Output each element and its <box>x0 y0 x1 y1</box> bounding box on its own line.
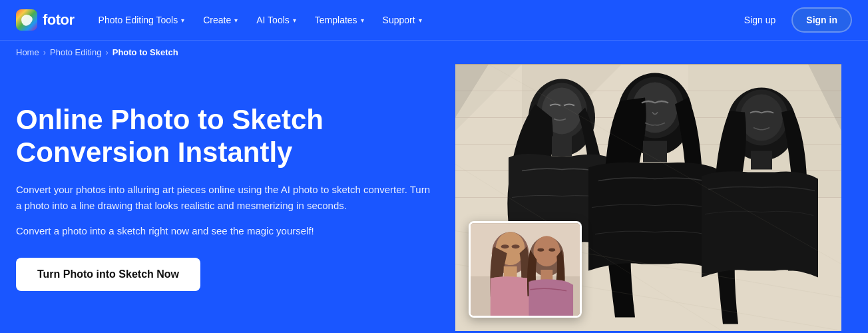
cta-button[interactable]: Turn Photo into Sketch Now <box>16 258 200 291</box>
nav-ai-tools[interactable]: AI Tools ▾ <box>248 9 304 31</box>
hero-desc2: Convert a photo into a sketch right now … <box>16 223 435 239</box>
breadcrumb-sep-1: › <box>43 47 46 57</box>
svg-point-34 <box>533 236 560 266</box>
svg-rect-35 <box>541 270 552 280</box>
breadcrumb-current: Photo to Sketch <box>112 47 178 57</box>
nav-photo-editing-tools[interactable]: Photo Editing Tools ▾ <box>91 9 193 31</box>
logo[interactable]: fotor <box>16 9 75 31</box>
hero-desc1: Convert your photos into alluring art pi… <box>16 182 435 214</box>
chevron-down-icon: ▾ <box>181 17 184 24</box>
signin-button[interactable]: Sign in <box>791 7 852 33</box>
breadcrumb: Home › Photo Editing › Photo to Sketch <box>0 41 868 64</box>
photo-inner <box>471 223 580 316</box>
right-panel <box>455 64 841 331</box>
hero-title: Online Photo to Sketch Conversion Instan… <box>16 104 435 168</box>
fotor-logo-icon <box>16 9 37 31</box>
breadcrumb-photo-editing[interactable]: Photo Editing <box>50 47 101 57</box>
main-content: Online Photo to Sketch Conversion Instan… <box>0 64 868 331</box>
chevron-down-icon: ▾ <box>234 17 238 24</box>
breadcrumb-home[interactable]: Home <box>16 47 39 57</box>
svg-point-37 <box>548 248 555 251</box>
nav-create[interactable]: Create ▾ <box>195 9 246 31</box>
svg-point-19 <box>740 95 783 141</box>
svg-point-32 <box>512 244 520 248</box>
chevron-down-icon: ▾ <box>293 17 296 24</box>
svg-rect-20 <box>751 151 772 170</box>
chevron-down-icon: ▾ <box>361 17 364 24</box>
svg-point-36 <box>537 248 544 251</box>
logo-text: fotor <box>43 11 75 29</box>
photo-overlay <box>469 221 582 318</box>
sketch-image <box>455 64 841 331</box>
chevron-down-icon: ▾ <box>419 17 422 24</box>
nav-templates[interactable]: Templates ▾ <box>307 9 372 31</box>
svg-point-31 <box>501 244 509 248</box>
navbar: fotor Photo Editing Tools ▾ Create ▾ AI … <box>0 0 868 41</box>
left-panel: Online Photo to Sketch Conversion Instan… <box>16 64 455 331</box>
svg-rect-12 <box>552 137 572 157</box>
nav-right: Sign up Sign in <box>736 7 852 33</box>
signup-link[interactable]: Sign up <box>736 9 783 31</box>
nav-support[interactable]: Support ▾ <box>375 9 430 31</box>
nav-items: Photo Editing Tools ▾ Create ▾ AI Tools … <box>91 9 734 31</box>
breadcrumb-sep-2: › <box>105 47 108 57</box>
svg-rect-16 <box>643 141 667 163</box>
